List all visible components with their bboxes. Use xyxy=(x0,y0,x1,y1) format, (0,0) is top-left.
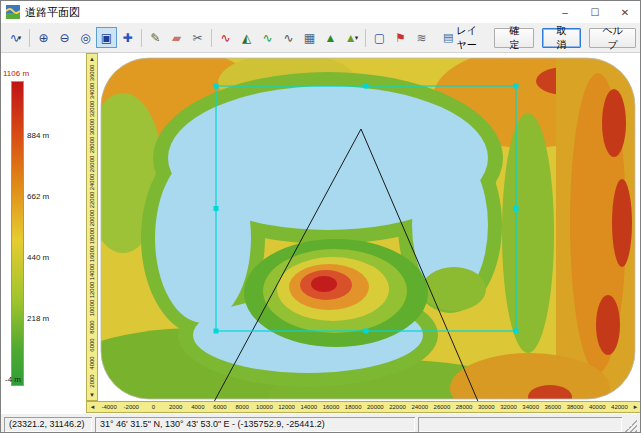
status-bar: (23321.2, 31146.2) 31° 46' 31.5" N, 130°… xyxy=(1,414,640,433)
polyline-icon[interactable]: ∿ xyxy=(278,27,299,48)
ruler-left-arrow[interactable]: ◄ xyxy=(87,404,98,410)
toolbar-separator xyxy=(211,29,212,47)
ruler-up-arrow[interactable]: ▲ xyxy=(87,54,97,64)
cut-icon-glyph: ✂ xyxy=(192,31,202,45)
smooth-line-icon[interactable]: ∿ xyxy=(257,27,278,48)
horizontal-ruler[interactable]: ◄ -4000-20000200040006000800010000120001… xyxy=(86,401,641,413)
select-region-icon[interactable]: ▢ xyxy=(369,27,390,48)
toolbar-icons: ∿▾⊕⊖◎▣✚✎▰✂∿◭∿∿▦▲▲▾▢⚑≋ xyxy=(5,27,432,48)
elevation-gradient-bar xyxy=(11,81,24,386)
legend-label: 1106 m xyxy=(3,69,29,78)
resize-grip[interactable] xyxy=(625,420,637,432)
legend-label: 884 m xyxy=(27,131,49,140)
legend-label: 218 m xyxy=(27,314,49,323)
selection-handle[interactable] xyxy=(214,84,219,89)
map-viewport[interactable] xyxy=(98,53,639,401)
maximize-button[interactable]: ☐ xyxy=(580,1,610,23)
terrain-icon[interactable]: ▲ xyxy=(320,27,341,48)
bottom-left-strip xyxy=(1,401,86,414)
pan-icon[interactable]: ✚ xyxy=(117,27,138,48)
terrain-add-dropdown[interactable]: ▲▾ xyxy=(341,27,362,48)
ruler-right-arrow[interactable]: ► xyxy=(630,404,641,410)
selection-handle[interactable] xyxy=(514,84,519,89)
sea-area xyxy=(155,153,251,323)
hruler-label: 12000 xyxy=(276,404,298,410)
volcano-peak xyxy=(311,276,337,292)
road-section-icon[interactable]: ≋ xyxy=(411,27,432,48)
hruler-label: 40000 xyxy=(586,404,608,410)
zoom-in-icon-glyph: ⊕ xyxy=(38,31,48,45)
hruler-label: 36000 xyxy=(542,404,564,410)
zoom-in-icon[interactable]: ⊕ xyxy=(33,27,54,48)
vruler-label: 12000 xyxy=(87,281,97,299)
elevation-map[interactable] xyxy=(98,53,639,401)
hruler-label: 26000 xyxy=(431,404,453,410)
hruler-label: 22000 xyxy=(386,404,408,410)
zoom-out-icon[interactable]: ⊖ xyxy=(54,27,75,48)
layer-button[interactable]: ▤ レイヤー xyxy=(436,27,486,49)
vertex-edit-icon[interactable]: ∿ xyxy=(215,27,236,48)
zoom-window-icon-glyph: ▣ xyxy=(101,31,112,45)
minimize-button[interactable]: – xyxy=(550,1,580,23)
dropdown-caret-icon[interactable]: ▾ xyxy=(18,34,22,42)
status-empty-panel xyxy=(418,417,622,432)
close-button[interactable]: ✕ xyxy=(610,1,640,23)
selection-handle[interactable] xyxy=(214,329,219,334)
vertex-edit-icon-glyph: ∿ xyxy=(220,31,230,45)
vruler-label: 10000 xyxy=(87,299,97,317)
hruler-label: 20000 xyxy=(364,404,386,410)
legend-label: -4 m xyxy=(5,375,21,384)
zoom-actual-icon-glyph: ◎ xyxy=(80,31,90,45)
cancel-button[interactable]: 取消 xyxy=(542,28,581,48)
vertical-ruler[interactable]: ▲ 36000340003200030000280002600024000220… xyxy=(86,53,98,401)
eraser-icon[interactable]: ▰ xyxy=(166,27,187,48)
vruler-label: 20000 xyxy=(87,209,97,227)
dropdown-caret-icon[interactable]: ▾ xyxy=(355,34,359,42)
slope-edit-icon[interactable]: ✎ xyxy=(145,27,166,48)
vruler-label: 22000 xyxy=(87,191,97,209)
help-button[interactable]: ヘルプ xyxy=(589,28,636,48)
selection-handle[interactable] xyxy=(514,206,519,211)
hruler-label: 4000 xyxy=(187,404,209,410)
slope-edit-icon-glyph: ✎ xyxy=(150,31,160,45)
selection-handle[interactable] xyxy=(214,206,219,211)
zoom-window-icon[interactable]: ▣ xyxy=(96,27,117,48)
eraser-icon-glyph: ▰ xyxy=(172,31,181,45)
cut-icon[interactable]: ✂ xyxy=(187,27,208,48)
selection-handle[interactable] xyxy=(364,329,369,334)
flag-annotation-icon-glyph: ⚑ xyxy=(395,31,406,45)
hruler-labels: -4000-2000020004000600080001000012000140… xyxy=(98,404,630,410)
ruler-down-arrow[interactable]: ▼ xyxy=(87,390,97,400)
road-section-icon-glyph: ≋ xyxy=(416,31,426,45)
section-chart-icon[interactable]: ▦ xyxy=(299,27,320,48)
legend-label: 662 m xyxy=(27,192,49,201)
section-chart-icon-glyph: ▦ xyxy=(304,31,315,45)
select-region-icon-glyph: ▢ xyxy=(374,31,385,45)
vruler-label: 18000 xyxy=(87,227,97,245)
selection-handle[interactable] xyxy=(514,329,519,334)
profile-view-icon-glyph: ◭ xyxy=(242,31,251,45)
layer-button-label: レイヤー xyxy=(456,24,479,52)
dem-raster xyxy=(98,53,639,401)
vruler-label: 34000 xyxy=(87,82,97,100)
flag-annotation-icon[interactable]: ⚑ xyxy=(390,27,411,48)
zoom-actual-icon[interactable]: ◎ xyxy=(75,27,96,48)
titlebar: 道路平面図 – ☐ ✕ xyxy=(1,1,640,23)
vruler-label: 8000 xyxy=(87,318,97,336)
vruler-label: 16000 xyxy=(87,245,97,263)
hruler-label: 0 xyxy=(142,404,164,410)
hruler-label: 6000 xyxy=(209,404,231,410)
hruler-label: 32000 xyxy=(497,404,519,410)
profile-view-icon[interactable]: ◭ xyxy=(236,27,257,48)
smooth-line-icon-glyph: ∿ xyxy=(262,31,272,45)
pan-icon-glyph: ✚ xyxy=(122,31,132,45)
vruler-label: 32000 xyxy=(87,100,97,118)
hruler-label: 30000 xyxy=(475,404,497,410)
selection-handle[interactable] xyxy=(364,84,369,89)
curve-style-dropdown[interactable]: ∿▾ xyxy=(5,27,26,48)
hruler-label: 38000 xyxy=(564,404,586,410)
vruler-label: 14000 xyxy=(87,263,97,281)
confirm-button[interactable]: 確定 xyxy=(494,28,533,48)
hruler-label: -4000 xyxy=(98,404,120,410)
vruler-label: 28000 xyxy=(87,136,97,154)
